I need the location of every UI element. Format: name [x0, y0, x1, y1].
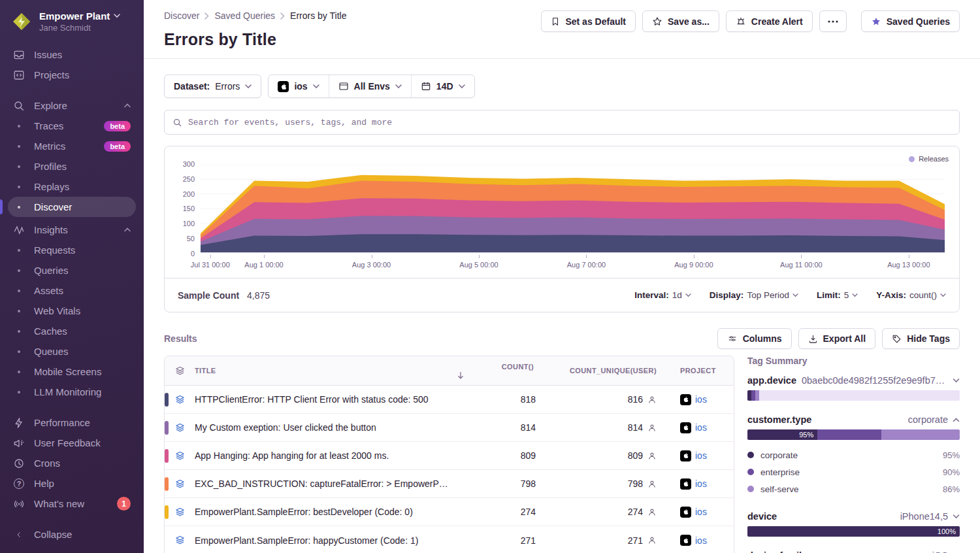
save-as-button[interactable]: Save as...	[642, 10, 719, 32]
tag-header[interactable]: customer.type corporate	[747, 414, 960, 425]
layers-icon[interactable]	[165, 450, 195, 461]
column-project[interactable]: PROJECT	[657, 367, 734, 375]
hide-tags-button[interactable]: Hide Tags	[882, 328, 960, 349]
event-title[interactable]: EmpowerPlant.SampleError: bestDeveloper …	[195, 507, 457, 517]
table-row[interactable]: EmpowerPlant.SampleError: happyCustomer …	[165, 526, 734, 553]
project-link[interactable]: ios	[695, 507, 707, 517]
saved-queries-button[interactable]: Saved Queries	[861, 10, 960, 32]
sidebar-section-explore[interactable]: Explore	[8, 95, 136, 116]
breadcrumb-discover[interactable]: Discover	[164, 10, 199, 21]
date-range-selector[interactable]: 14D	[412, 75, 474, 97]
layers-icon[interactable]	[165, 365, 195, 377]
columns-button[interactable]: Columns	[717, 328, 792, 349]
tag-distribution-bar[interactable]: 100%	[747, 526, 960, 537]
tag-block-customer-type: customer.type corporate 95% corporate 95…	[747, 414, 960, 497]
breadcrumb-saved-queries[interactable]: Saved Queries	[214, 10, 275, 21]
sidebar-item-label: LLM Monitoring	[34, 386, 101, 397]
tag-distribution-bar[interactable]	[747, 390, 960, 401]
create-alert-button[interactable]: Create Alert	[726, 10, 813, 32]
sidebar-item-help[interactable]: ? Help	[8, 473, 136, 494]
search-bar	[164, 110, 960, 135]
sidebar-item-llm-monitoring[interactable]: LLM Monitoring	[8, 382, 136, 402]
sidebar-item-caches[interactable]: Caches	[8, 321, 136, 341]
event-title[interactable]: EmpowerPlant.SampleError: happyCustomer …	[195, 535, 457, 546]
project-link[interactable]: ios	[695, 535, 707, 546]
sidebar-item-whats-new[interactable]: What's new 1	[8, 494, 136, 514]
event-title[interactable]: My Custom exeption: User clicked the but…	[195, 422, 457, 433]
chevron-up-icon[interactable]	[953, 418, 960, 422]
series-color-bar	[165, 449, 169, 463]
sidebar-item-performance[interactable]: Performance	[8, 412, 136, 433]
sidebar-item-label: User Feedback	[34, 437, 101, 448]
table-row[interactable]: EmpowerPlant.SampleError: bestDeveloper …	[165, 498, 734, 526]
sidebar-item-profiles[interactable]: Profiles	[8, 156, 136, 176]
event-title[interactable]: EXC_BAD_INSTRUCTION: captureFatalError: …	[195, 478, 457, 489]
event-title[interactable]: HTTPClientError: HTTP Client Error with …	[195, 394, 457, 405]
dataset-selector[interactable]: Dataset: Errors	[164, 75, 261, 98]
export-all-button[interactable]: Export All	[798, 328, 876, 349]
chevron-down-icon[interactable]	[953, 378, 960, 383]
sidebar-item-projects[interactable]: Projects	[8, 65, 136, 85]
column-count-unique[interactable]: COUNT_UNIQUE(USER)	[536, 367, 657, 375]
tag-header[interactable]: app.device 0baebc0de4982f1255f2e9e9fb7…	[747, 375, 960, 386]
tag-header[interactable]: device iPhone14,5	[747, 511, 960, 522]
chevron-up-icon	[124, 227, 131, 232]
table-row[interactable]: App Hanging: App hanging for at least 20…	[165, 442, 734, 470]
interval-selector[interactable]: Interval:1d	[634, 290, 691, 300]
project-link[interactable]: ios	[695, 450, 707, 461]
sidebar-item-discover[interactable]: Discover	[8, 197, 136, 217]
sidebar-item-traces[interactable]: Traces beta	[8, 116, 136, 136]
more-options-button[interactable]	[819, 10, 847, 32]
sidebar-collapse-button[interactable]: Collapse	[8, 524, 136, 545]
environment-selector[interactable]: All Envs	[329, 75, 411, 97]
sidebar-item-assets[interactable]: Assets	[8, 280, 136, 301]
sidebar-item-replays[interactable]: Replays	[8, 176, 136, 197]
layers-icon[interactable]	[165, 507, 195, 518]
table-row[interactable]: My Custom exeption: User clicked the but…	[165, 414, 734, 442]
project-link[interactable]: ios	[695, 422, 707, 433]
sidebar-item-crons[interactable]: Crons	[8, 453, 136, 473]
layers-icon[interactable]	[165, 422, 195, 433]
sidebar-item-queues[interactable]: Queues	[8, 341, 136, 361]
events-chart[interactable]: Releases 300250 200150 10050 0 Jul 31 00…	[165, 146, 959, 278]
y-axis-selector[interactable]: Y-Axis:count()	[876, 290, 946, 300]
chevron-down-icon	[459, 84, 465, 89]
column-title[interactable]: TITLE	[195, 367, 457, 375]
tag-value-row[interactable]: enterprise 90%	[747, 463, 960, 480]
tag-header[interactable]: device.family iOS	[747, 550, 960, 553]
sidebar-item-label: Web Vitals	[34, 305, 80, 316]
layers-icon[interactable]	[165, 478, 195, 490]
count-value: 814	[457, 422, 536, 433]
project-link[interactable]: ios	[695, 478, 707, 489]
sidebar-item-queries[interactable]: Queries	[8, 260, 136, 280]
set-as-default-button[interactable]: Set as Default	[541, 10, 636, 32]
chevron-right-icon	[204, 12, 209, 20]
sidebar-section-insights[interactable]: Insights	[8, 220, 136, 240]
sidebar-item-mobile-screens[interactable]: Mobile Screens	[8, 361, 136, 382]
chevron-down-icon[interactable]	[953, 514, 960, 519]
layers-icon[interactable]	[165, 394, 195, 405]
chevron-down-icon	[940, 293, 946, 297]
table-row[interactable]: EXC_BAD_INSTRUCTION: captureFatalError: …	[165, 470, 734, 498]
sidebar-item-requests[interactable]: Requests	[8, 240, 136, 260]
tag-distribution-bar[interactable]: 95%	[747, 429, 960, 440]
tag-value-row[interactable]: corporate 95%	[747, 446, 960, 463]
search-input[interactable]	[188, 118, 951, 127]
sidebar-item-issues[interactable]: Issues	[8, 44, 136, 65]
sidebar-item-user-feedback[interactable]: User Feedback	[8, 433, 136, 453]
display-selector[interactable]: Display:Top Period	[710, 290, 798, 300]
sidebar-item-web-vitals[interactable]: Web Vitals	[8, 301, 136, 321]
event-title[interactable]: App Hanging: App hanging for at least 20…	[195, 450, 457, 461]
releases-legend-dot	[909, 156, 915, 162]
project-selector[interactable]: ios	[269, 75, 328, 97]
table-row[interactable]: HTTPClientError: HTTP Client Error with …	[165, 386, 734, 414]
layers-icon[interactable]	[165, 535, 195, 546]
sidebar-item-metrics[interactable]: Metrics beta	[8, 136, 136, 156]
org-switcher[interactable]: Empower Plant Jane Schmidt	[0, 10, 144, 33]
project-link[interactable]: ios	[695, 394, 707, 405]
column-count[interactable]: COUNT()	[457, 363, 536, 379]
tag-value-row[interactable]: self-serve 86%	[747, 480, 960, 497]
x-axis-tick-label: Aug 3 00:00	[352, 261, 391, 269]
chart-legend[interactable]: Releases	[909, 155, 949, 163]
limit-selector[interactable]: Limit:5	[817, 290, 858, 300]
